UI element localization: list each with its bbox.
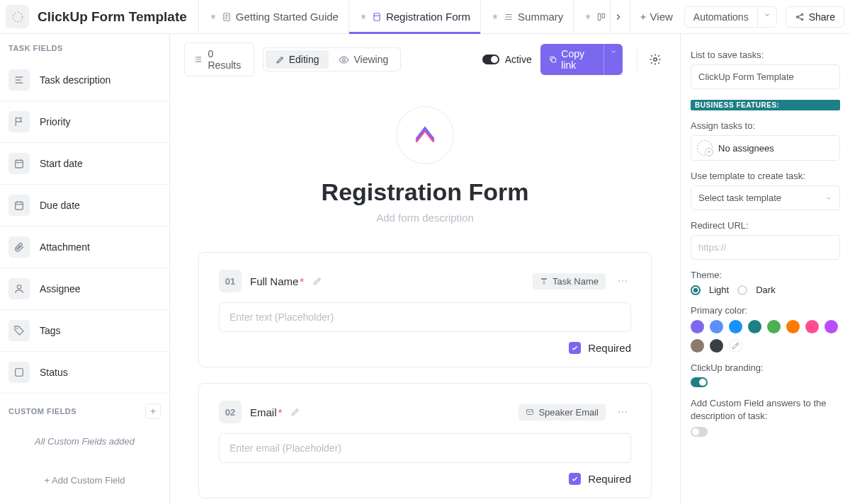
business-features-tag: BUSINESS FEATURES: — [691, 100, 840, 110]
branding-label: ClickUp branding: — [691, 362, 840, 373]
svg-point-13 — [16, 328, 18, 329]
form-field-card[interactable]: 01 Full Name* Task Name Enter text (Plac… — [198, 252, 652, 367]
sidebar-header: TASK FIELDS — [0, 34, 169, 59]
svg-point-20 — [625, 280, 627, 282]
edit-label-button[interactable] — [290, 407, 300, 417]
color-picker-button[interactable] — [729, 339, 742, 353]
svg-rect-16 — [552, 58, 556, 62]
color-swatch[interactable] — [691, 320, 704, 333]
tab-getting-started[interactable]: Getting Started Guide — [198, 0, 348, 34]
color-swatch[interactable] — [805, 320, 819, 333]
template-select[interactable]: Select task template — [691, 185, 840, 210]
assignee-select[interactable]: No assignees — [691, 135, 840, 161]
field-more-button[interactable] — [614, 275, 631, 287]
badge-label: Speaker Email — [538, 407, 599, 418]
automations-button[interactable]: Automations — [684, 6, 758, 28]
field-label[interactable]: Full Name* — [250, 275, 304, 287]
app-logo — [6, 5, 29, 28]
copy-link-button[interactable]: Copy link — [540, 44, 604, 75]
cf-desc-toggle[interactable] — [691, 427, 708, 437]
sidebar-item-assignee[interactable]: Assignee — [0, 268, 169, 310]
board-icon — [596, 12, 606, 22]
add-view-button[interactable]: View — [630, 0, 681, 34]
viewing-label: Viewing — [353, 54, 388, 65]
share-button[interactable]: Share — [786, 6, 844, 28]
copy-link-dropdown[interactable] — [604, 44, 623, 75]
field-mapping-badge[interactable]: Speaker Email — [518, 404, 606, 420]
sidebar-item-tags[interactable]: Tags — [0, 310, 169, 352]
theme-dark-radio[interactable] — [737, 285, 747, 295]
branding-toggle[interactable] — [691, 377, 708, 387]
field-label[interactable]: Email* — [250, 406, 282, 418]
template-value: Select task template — [698, 193, 781, 203]
automations-dropdown[interactable] — [758, 6, 777, 28]
color-swatch[interactable] — [691, 339, 704, 353]
color-swatch[interactable] — [786, 320, 800, 333]
field-placeholder-input[interactable]: Enter email (Placeholder) — [219, 433, 631, 463]
color-swatch[interactable] — [748, 320, 761, 333]
theme-light-label: Light — [709, 285, 729, 295]
viewing-mode[interactable]: Viewing — [329, 50, 398, 69]
editing-mode[interactable]: Editing — [266, 50, 329, 69]
plus-icon — [149, 407, 157, 416]
pencil-icon — [312, 276, 322, 286]
color-swatch[interactable] — [729, 320, 742, 333]
active-toggle[interactable] — [482, 55, 499, 64]
sidebar-item-attachment[interactable]: Attachment — [0, 227, 169, 268]
redirect-label: Redirect URL: — [691, 220, 840, 231]
list-select[interactable]: ClickUp Form Template — [691, 64, 840, 89]
color-swatch[interactable] — [767, 320, 781, 333]
add-assignee-avatar[interactable] — [697, 140, 713, 156]
theme-light-radio[interactable] — [691, 285, 701, 295]
top-bar: ClickUp Form Template Getting Started Gu… — [0, 0, 850, 34]
form-title[interactable]: Registration Form — [198, 178, 652, 206]
list-icon — [193, 55, 203, 64]
required-checkbox[interactable] — [569, 342, 581, 354]
text-field-icon — [540, 277, 548, 285]
field-more-button[interactable] — [614, 406, 631, 418]
add-custom-field-button[interactable]: + Add Custom Field — [0, 468, 169, 493]
add-custom-field-plus[interactable] — [145, 403, 161, 419]
sidebar-item-status[interactable]: Status — [0, 352, 169, 394]
field-mapping-badge[interactable]: Task Name — [533, 273, 606, 290]
sidebar-item-due-date[interactable]: Due date — [0, 185, 169, 227]
tab-registration-form[interactable]: Registration Form — [348, 0, 480, 34]
form-description[interactable]: Add form description — [198, 212, 652, 224]
redirect-input[interactable]: https:// — [691, 235, 840, 260]
tab-summary[interactable]: Summary — [480, 0, 573, 34]
builder-toolbar: 0 Results Editing Viewing Active — [170, 34, 680, 85]
color-swatch[interactable] — [710, 339, 723, 353]
sidebar-item-label: Task description — [40, 74, 110, 86]
sidebar-item-start-date[interactable]: Start date — [0, 143, 169, 185]
svg-point-7 — [796, 16, 798, 17]
sidebar-item-priority[interactable]: Priority — [0, 101, 169, 143]
field-placeholder-input[interactable]: Enter text (Placeholder) — [219, 302, 631, 332]
gear-icon — [649, 53, 662, 66]
results-button[interactable]: 0 Results — [184, 42, 254, 76]
form-builder: 0 Results Editing Viewing Active — [170, 34, 680, 504]
svg-point-24 — [625, 411, 627, 413]
pencil-icon — [276, 55, 285, 64]
form-field-card[interactable]: 02 Email* Speaker Email Enter email (Pla… — [198, 383, 652, 498]
settings-button[interactable] — [637, 49, 666, 70]
tabs: Getting Started Guide Registration Form … — [198, 0, 607, 34]
edit-label-button[interactable] — [312, 276, 322, 286]
svg-point-9 — [801, 18, 803, 20]
color-swatch[interactable] — [824, 320, 838, 333]
theme-dark-label: Dark — [756, 285, 775, 295]
required-checkbox[interactable] — [569, 473, 581, 485]
list-icon — [504, 12, 514, 22]
tab-stages[interactable]: Stages — [573, 0, 606, 34]
text-icon — [13, 74, 25, 86]
form-logo[interactable] — [396, 106, 454, 164]
sidebar-item-task-description[interactable]: Task description — [0, 59, 169, 101]
calendar-icon — [13, 200, 25, 211]
sidebar-item-label: Attachment — [40, 241, 90, 253]
active-toggle-wrap: Active — [482, 54, 532, 65]
pin-icon — [491, 13, 499, 21]
color-swatch[interactable] — [710, 320, 723, 333]
plus-icon — [639, 13, 647, 21]
color-swatches — [691, 320, 840, 353]
svg-rect-14 — [16, 369, 23, 377]
tabs-scroll-right[interactable] — [610, 0, 627, 34]
